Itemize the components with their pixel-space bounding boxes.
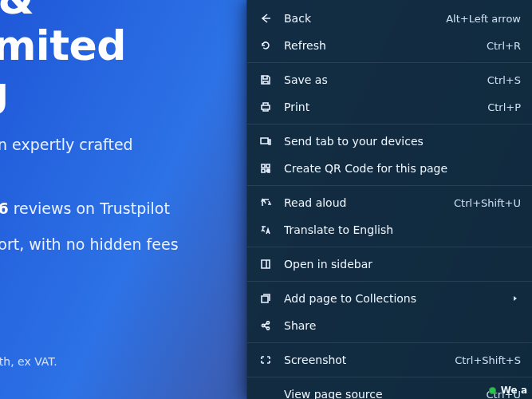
menu-item-open-in-sidebar[interactable]: Open in sidebar <box>247 251 532 278</box>
status-text: We a <box>501 385 527 396</box>
menu-separator <box>247 185 532 186</box>
menu-item-label: Back <box>284 12 428 25</box>
menu-item-shortcut: Ctrl+P <box>487 101 521 113</box>
menu-separator <box>247 281 532 282</box>
support-line: rt support, with no hidden fees <box>0 235 179 253</box>
menu-item-shortcut: Ctrl+Shift+S <box>455 354 521 366</box>
back-icon <box>258 11 273 26</box>
menu-item-label: Add page to Collections <box>284 292 499 305</box>
qr-icon <box>258 161 273 176</box>
hero-subline: erience in expertly crafted <box>0 136 133 153</box>
menu-separator <box>247 377 532 377</box>
menu-item-shortcut: Ctrl+R <box>487 40 521 52</box>
context-menu: BackAlt+Left arrowRefreshCtrl+RSave asCt… <box>246 0 532 399</box>
menu-item-translate-to-english[interactable]: Translate to English <box>247 216 532 243</box>
headline-line: ing <box>0 68 9 116</box>
read-aloud-icon <box>258 196 273 210</box>
menu-item-label: Create QR Code for this page <box>284 162 521 175</box>
menu-separator <box>247 62 532 63</box>
menu-item-save-as[interactable]: Save asCtrl+S <box>247 66 532 93</box>
menu-item-label: Open in sidebar <box>284 258 521 271</box>
collections-icon <box>258 291 273 306</box>
menu-item-label: View page source <box>284 388 468 399</box>
share-icon <box>258 318 273 333</box>
menu-item-label: Print <box>284 101 470 113</box>
menu-item-label: Translate to English <box>284 223 521 236</box>
menu-item-read-aloud[interactable]: Read aloudCtrl+Shift+U <box>247 189 532 216</box>
print-icon <box>258 100 273 114</box>
menu-item-create-qr-code-for-this-page[interactable]: Create QR Code for this page <box>247 155 532 182</box>
headline-line: re & <box>0 0 33 23</box>
menu-separator <box>247 247 532 247</box>
save-icon <box>258 73 273 87</box>
menu-item-screenshot[interactable]: ScreenshotCtrl+Shift+S <box>247 346 532 373</box>
status-indicator: We a <box>489 385 527 396</box>
headline-line: nlimited <box>0 22 126 69</box>
screenshot-icon <box>258 353 273 367</box>
menu-item-label: Send tab to your devices <box>284 135 521 148</box>
headline: re &nlimiteding <box>0 0 126 116</box>
menu-item-send-tab-to-your-devices[interactable]: Send tab to your devices <box>247 128 532 155</box>
menu-item-shortcut: Ctrl+Shift+U <box>454 197 521 209</box>
menu-item-print[interactable]: PrintCtrl+P <box>247 93 532 120</box>
reviews-count: 3,826 <box>0 200 9 217</box>
menu-item-shortcut: Ctrl+S <box>487 74 521 86</box>
devices-icon <box>258 134 273 148</box>
menu-item-add-page-to-collections[interactable]: Add page to Collections <box>247 285 532 312</box>
menu-item-share[interactable]: Share <box>247 312 532 339</box>
menu-item-label: Refresh <box>284 39 469 52</box>
menu-item-refresh[interactable]: RefreshCtrl+R <box>247 32 532 59</box>
menu-separator <box>247 342 532 343</box>
blank-icon <box>258 387 273 399</box>
reviews-suffix: reviews on Trustpilot <box>9 200 170 217</box>
reviews-line: er 3,826 reviews on Trustpilot <box>0 200 170 217</box>
menu-item-shortcut: Alt+Left arrow <box>446 13 521 25</box>
sidebar-icon <box>258 257 273 271</box>
chevron-right-icon <box>510 294 521 302</box>
menu-item-back[interactable]: BackAlt+Left arrow <box>247 5 532 32</box>
menu-item-label: Screenshot <box>284 354 437 366</box>
menu-item-label: Read aloud <box>284 196 436 209</box>
hero-content: re &nlimiteding erience in expertly craf… <box>0 0 247 399</box>
translate-icon <box>258 223 273 237</box>
status-dot-icon <box>489 387 496 394</box>
menu-item-label: Share <box>284 319 521 332</box>
menu-item-label: Save as <box>284 73 470 86</box>
price-note: per month, ex VAT. <box>0 355 57 368</box>
refresh-icon <box>258 38 273 53</box>
menu-separator <box>247 124 532 124</box>
